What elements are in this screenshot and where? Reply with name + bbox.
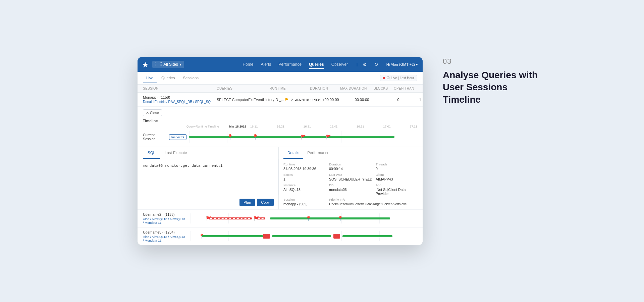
wait-icon: ⚑ xyxy=(284,97,289,102)
tab-live[interactable]: Live xyxy=(143,73,157,83)
sites-label: ⠿ All Sites xyxy=(159,62,178,67)
col-max-duration: Max Duration xyxy=(340,87,374,90)
runtime-value: 21-03-2018 11:03:19 xyxy=(291,98,324,102)
flag-2b[interactable]: 🚩 xyxy=(254,216,259,221)
tab-details[interactable]: Details xyxy=(283,147,303,159)
nav-alerts[interactable]: Alerts xyxy=(261,61,271,68)
tab-last-execute[interactable]: Last Execute xyxy=(160,147,192,159)
session-bar-2: 🚩 🚩 📍 📍 xyxy=(191,213,417,223)
query-cell: SELECT ComputerExtEventHistoryID _... xyxy=(217,98,284,102)
sql-details-row: SQL Last Execute mondata06.monitor.get_d… xyxy=(138,147,423,209)
col-queries: Queries xyxy=(217,87,270,90)
settings-icon[interactable]: ⚙ xyxy=(361,60,369,68)
session-rows-area: Udername2 - (1138) Alon / AimSQL13 / Aim… xyxy=(138,209,423,245)
timeline-label: Timeline xyxy=(143,119,417,123)
detail-session: Session monapp - (509) xyxy=(283,198,326,206)
marker-yellow-2[interactable]: 📍 xyxy=(252,134,259,140)
live-status: ⦿ Live | Last Hour xyxy=(380,75,417,81)
col-session: Session xyxy=(143,87,217,90)
tab-queries[interactable]: Queries xyxy=(158,73,178,83)
col-blocks: Blocks xyxy=(374,87,394,90)
right-section: 03 Analyse Queries with User Sessions Ti… xyxy=(443,57,543,106)
detail-blocks: Blocks 1 xyxy=(283,173,326,181)
session-info-3: Udername3 - (1234) Alon / AimSQL13 / Aim… xyxy=(143,230,186,242)
detail-duration: Duration 00:00:14 xyxy=(329,162,372,171)
nav-home[interactable]: Home xyxy=(243,61,254,68)
tick-1: 16:21 xyxy=(277,125,284,128)
tick-3: 16:41 xyxy=(330,125,338,128)
plan-button[interactable]: Plan xyxy=(239,199,255,206)
tick-2: 16:31 xyxy=(304,125,311,128)
col-duration: Duration xyxy=(310,87,340,90)
blocks-cell: 0 xyxy=(388,98,409,102)
nav-observer[interactable]: Observer xyxy=(331,61,348,68)
close-button[interactable]: ✕ Close xyxy=(143,109,162,116)
inspect-button[interactable]: Inspect ▾ xyxy=(169,134,186,140)
tick-5: 17:01 xyxy=(383,125,391,128)
pin-2a[interactable]: 📍 xyxy=(306,216,311,221)
details-body: Runtime 31-03-2018 19:39:36 Duration 00:… xyxy=(279,159,423,209)
sites-selector[interactable]: ⠿ ⠿ All Sites ▾ xyxy=(152,61,184,68)
svg-marker-0 xyxy=(142,62,148,67)
table-header: Session Queries Runtime Duration Max Dur… xyxy=(138,85,423,93)
nav-performance[interactable]: Performance xyxy=(278,61,302,68)
sql-panel-tabs: SQL Last Execute xyxy=(138,147,278,159)
session-row-3: Udername3 - (1234) Alon / AimSQL13 / Aim… xyxy=(138,227,423,245)
table-row[interactable]: Monapp - (1158) Donald Electric / RAV_SP… xyxy=(138,93,423,107)
session-detail-3: Alon / AimSQL13 / AimSQL13 / Mondata 11 xyxy=(143,235,186,242)
session-name: Monapp - (1158) xyxy=(143,95,217,99)
session-info-2: Udername2 - (1138) Alon / AimSQL13 / Aim… xyxy=(143,212,186,224)
nav-queries[interactable]: Queries xyxy=(309,61,324,68)
detail-app: App .Net SqlClient Data Provider xyxy=(376,183,418,196)
sql-actions: Plan Copy xyxy=(138,195,278,209)
tab-sql[interactable]: SQL xyxy=(143,147,160,159)
bar-green-2 xyxy=(270,217,390,219)
bar-red-3b xyxy=(333,234,340,239)
sql-panel-body: mondata06.monitor.get_data_current:1 Pla… xyxy=(138,159,278,209)
bar-striped-2a xyxy=(209,217,252,219)
pin-2b[interactable]: 📍 xyxy=(337,216,343,221)
session-row-2: Udername2 - (1138) Alon / AimSQL13 / Aim… xyxy=(138,209,423,227)
marker-yellow-1[interactable]: 📍 xyxy=(227,134,233,140)
session-detail: Donald Electric / RAV_SPQL_DB / SPQL_SQL xyxy=(143,100,217,104)
session-timeline-label: Current Session xyxy=(143,133,166,141)
app-window: ⠿ ⠿ All Sites ▾ Home Alerts Performance … xyxy=(138,57,423,245)
session-name-2: Udername2 - (1138) xyxy=(143,212,186,216)
grid-icon: ⠿ xyxy=(155,62,158,67)
session-detail-2: Alon / AimSQL13 / AimSQL13 / Mondata 11 xyxy=(143,217,186,224)
nav-user[interactable]: Hi Alon (GMT +2) ▾ xyxy=(386,62,418,67)
timeline-bar-container: 📍 📍 🚩 🚩 xyxy=(189,131,417,143)
top-nav: ⠿ ⠿ All Sites ▾ Home Alerts Performance … xyxy=(138,57,423,72)
flag-2a[interactable]: 🚩 xyxy=(206,216,211,221)
runtime-cell: ⚑ 21-03-2018 11:03:19 xyxy=(284,97,325,102)
details-panel-tabs: Details Performance xyxy=(279,147,423,159)
session-name-3: Udername3 - (1234) xyxy=(143,230,186,234)
live-status-text: ⦿ Live | Last Hour xyxy=(386,76,414,80)
session-bar-3: 📍 xyxy=(191,231,417,241)
session-cell: Monapp - (1158) Donald Electric / RAV_SP… xyxy=(143,95,217,104)
tab-sessions[interactable]: Sessions xyxy=(179,73,202,83)
sub-nav: Live Queries Sessions ⦿ Live | Last Hour xyxy=(138,72,423,85)
current-session-bar xyxy=(189,136,394,138)
tab-performance[interactable]: Performance xyxy=(303,147,333,159)
tick-0: 16:11 xyxy=(250,125,258,128)
step-number: 03 xyxy=(443,57,543,66)
col-runtime: Runtime xyxy=(270,87,310,90)
detail-instance: Instance AimSQL13 xyxy=(283,183,326,196)
marker-red-1[interactable]: 🚩 xyxy=(301,135,306,140)
refresh-icon[interactable]: ↻ xyxy=(372,60,380,68)
detail-last-wait: Last Wait SOS_SCHEDULER_YIELD xyxy=(329,173,372,181)
step-title: Analyse Queries with User Sessions Timel… xyxy=(443,69,543,106)
detail-runtime: Runtime 31-03-2018 19:39:36 xyxy=(283,162,326,171)
live-dot xyxy=(383,77,385,79)
timeline-section: ✕ Close Timeline Query-Runtime Timeline … xyxy=(138,107,423,147)
bar-green-3c xyxy=(342,235,392,237)
marker-red-2[interactable]: 🚩 xyxy=(326,135,331,140)
query-text: SELECT ComputerExtEventHistoryID _... xyxy=(217,98,284,102)
bar-green-3a xyxy=(202,235,263,237)
date-label: Mar 18 2018 xyxy=(229,125,246,128)
bar-red-3a xyxy=(263,234,270,239)
copy-button[interactable]: Copy xyxy=(257,199,274,206)
tick-4: 16:51 xyxy=(357,125,364,128)
max-duration-cell: 00:00:00 xyxy=(355,98,388,102)
